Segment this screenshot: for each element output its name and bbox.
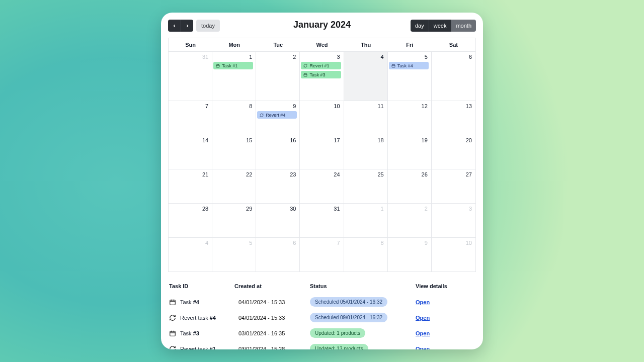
event-label: Revert #4	[266, 113, 285, 118]
refresh-icon	[260, 113, 264, 117]
calendar-cell[interactable]: 7	[300, 238, 344, 272]
calendar-cell[interactable]: 23	[256, 169, 300, 203]
task-row: Task #404/01/2024 - 15:33Scheduled 05/01…	[169, 294, 475, 310]
calendar-event[interactable]: Revert #4	[257, 111, 297, 119]
calendar-icon	[169, 330, 176, 337]
calendar-event[interactable]: Task #3	[301, 71, 341, 78]
calendar-cell[interactable]: 31	[169, 52, 212, 101]
date-number: 9	[257, 103, 297, 109]
calendar-cell[interactable]: 1Task #1	[212, 52, 256, 101]
date-number: 6	[257, 240, 297, 246]
calendar-cell[interactable]: 27	[432, 169, 475, 203]
date-number: 20	[433, 137, 473, 143]
calendar-cell[interactable]: 6	[432, 52, 475, 101]
calendar-cell[interactable]: 11	[344, 101, 388, 135]
calendar-cell[interactable]: 13	[432, 101, 475, 135]
calendar-week-row: 21222324252627	[169, 169, 475, 203]
date-number: 30	[257, 206, 297, 212]
calendar-cell[interactable]: 4	[169, 238, 212, 272]
task-id-label: Revert task #4	[180, 315, 216, 321]
date-number: 27	[433, 171, 473, 177]
day-header: Sun	[169, 38, 212, 51]
today-button[interactable]: today	[196, 20, 220, 32]
calendar-cell[interactable]: 3Revert #1Task #3	[300, 52, 344, 101]
col-status: Status	[310, 283, 416, 289]
task-details: Open	[416, 315, 475, 321]
calendar-cell[interactable]: 25	[344, 169, 388, 203]
calendar-cell[interactable]: 5	[212, 238, 256, 272]
date-number: 2	[257, 54, 297, 60]
nav-button-group	[168, 20, 193, 32]
date-number: 2	[389, 206, 429, 212]
next-button[interactable]	[181, 20, 193, 32]
view-day-button[interactable]: day	[411, 20, 429, 32]
calendar-cell[interactable]: 10	[432, 238, 475, 272]
calendar-cell[interactable]: 14	[169, 135, 212, 169]
calendar-cell[interactable]: 1	[344, 204, 388, 237]
calendar-cell[interactable]: 21	[169, 169, 212, 203]
task-id-label: Revert task #1	[180, 346, 216, 350]
calendar-cell[interactable]: 3	[432, 204, 475, 237]
open-link[interactable]: Open	[416, 330, 430, 336]
open-link[interactable]: Open	[416, 346, 430, 350]
task-details: Open	[416, 346, 475, 350]
calendar-icon	[216, 64, 220, 68]
calendar-cell[interactable]: 8	[212, 101, 256, 135]
task-details: Open	[416, 299, 475, 305]
calendar-cell[interactable]: 2	[256, 52, 300, 101]
calendar-cell[interactable]: 9	[388, 238, 432, 272]
open-link[interactable]: Open	[416, 299, 430, 305]
date-number: 28	[170, 206, 209, 212]
calendar-week-row: 28293031123	[169, 203, 475, 237]
calendar-cell[interactable]: 29	[212, 204, 256, 237]
calendar-icon	[169, 299, 176, 306]
status-pill: Updated: 1 products	[310, 328, 365, 338]
date-number: 7	[301, 240, 341, 246]
calendar-event[interactable]: Task #1	[213, 62, 253, 69]
task-status: Updated: 13 products	[310, 344, 416, 349]
calendar-cell[interactable]: 6	[256, 238, 300, 272]
calendar-event[interactable]: Revert #1	[301, 62, 341, 69]
calendar-cell[interactable]: 2	[388, 204, 432, 237]
calendar-week-row: 45678910	[169, 237, 475, 272]
calendar-cell[interactable]: 19	[388, 135, 432, 169]
date-number: 8	[213, 103, 253, 109]
calendar-cell[interactable]: 26	[388, 169, 432, 203]
date-number: 15	[213, 137, 253, 143]
prev-button[interactable]	[168, 20, 181, 32]
view-week-button[interactable]: week	[429, 20, 451, 32]
status-pill: Updated: 13 products	[310, 344, 368, 349]
open-link[interactable]: Open	[416, 315, 430, 321]
calendar-cell[interactable]: 8	[344, 238, 388, 272]
calendar-cell[interactable]: 31	[300, 204, 344, 237]
calendar-cell[interactable]: 12	[388, 101, 432, 135]
calendar-cell[interactable]: 5Task #4	[388, 52, 432, 101]
calendar-cell[interactable]: 9Revert #4	[256, 101, 300, 135]
calendar-cell[interactable]: 18	[344, 135, 388, 169]
calendar-cell[interactable]: 17	[300, 135, 344, 169]
calendar-cell[interactable]: 15	[212, 135, 256, 169]
calendar-cell[interactable]: 22	[212, 169, 256, 203]
task-created: 03/01/2024 - 15:28	[234, 346, 310, 350]
svg-rect-8	[392, 64, 395, 67]
calendar-cell[interactable]: 7	[169, 101, 212, 135]
calendar-cell[interactable]: 28	[169, 204, 212, 237]
calendar-cell[interactable]: 10	[300, 101, 344, 135]
svg-rect-4	[304, 73, 307, 76]
view-month-button[interactable]: month	[451, 20, 476, 32]
calendar-cell[interactable]: 20	[432, 135, 475, 169]
date-number: 14	[170, 137, 209, 143]
calendar-cell[interactable]: 24	[300, 169, 344, 203]
day-header: Tue	[256, 38, 300, 51]
calendar-cell[interactable]: 16	[256, 135, 300, 169]
tasks-table: Task ID Created at Status View details T…	[168, 281, 476, 349]
calendar-cell[interactable]: 4	[344, 52, 388, 101]
task-created: 03/01/2024 - 16:35	[234, 330, 310, 336]
date-number: 25	[345, 171, 385, 177]
task-status: Scheduled 09/01/2024 - 16:32	[310, 313, 416, 322]
calendar-event[interactable]: Task #4	[389, 62, 429, 69]
chevron-left-icon	[172, 24, 177, 28]
event-label: Task #4	[397, 63, 413, 68]
calendar-cell[interactable]: 30	[256, 204, 300, 237]
task-id-cell: Task #4	[169, 299, 234, 306]
